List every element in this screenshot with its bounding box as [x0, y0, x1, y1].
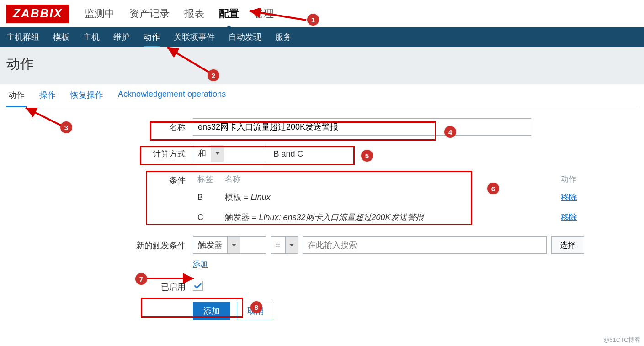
submit-button[interactable]: 添加: [193, 302, 230, 320]
remove-link[interactable]: 移除: [561, 193, 577, 202]
calc-expression: B and C: [273, 149, 303, 159]
label-new-condition: 新的触发条件: [6, 236, 193, 251]
action-form: 名称 计算方式 和 B and C 条件: [6, 118, 638, 320]
subnav-discovery[interactable]: 自动发现: [229, 27, 261, 47]
topnav-reports[interactable]: 报表: [184, 7, 204, 21]
annotation-marker: 4: [444, 126, 456, 138]
row-buttons: 添加 取消: [6, 302, 638, 320]
topbar: ZABBIX 监测中 资产记录 报表 配置 管理: [0, 0, 644, 27]
annotation-marker: 1: [307, 14, 319, 26]
calc-select[interactable]: 和: [193, 145, 266, 162]
table-row: C 触发器 = Linux: ens32网卡入口流量超过200K发送警报 移除: [193, 207, 593, 227]
subnav-correlation[interactable]: 关联项事件: [174, 27, 215, 47]
watermark: @51CTO博客: [603, 336, 640, 344]
cond-desc: 模板 = Linux: [220, 187, 556, 207]
label-name: 名称: [6, 118, 193, 133]
topnav-configuration[interactable]: 配置: [219, 7, 239, 21]
label-conditions: 条件: [6, 171, 193, 186]
chevron-down-icon: [211, 145, 224, 162]
condition-select-button[interactable]: 选择: [551, 236, 584, 254]
subnav-hosts[interactable]: 主机: [83, 27, 100, 47]
annotation-marker: 3: [60, 121, 72, 133]
add-condition-link[interactable]: 添加: [193, 260, 208, 268]
chevron-down-icon: [285, 237, 298, 253]
subnav-actions[interactable]: 动作: [144, 27, 160, 47]
th-name: 名称: [220, 171, 556, 187]
cond-tag: C: [193, 207, 220, 227]
topnav-inventory[interactable]: 资产记录: [129, 7, 170, 21]
row-calc: 计算方式 和 B and C: [6, 145, 638, 162]
annotation-marker: 8: [250, 301, 262, 313]
content: 动作 操作 恢复操作 Acknowledgement operations 名称…: [0, 84, 644, 320]
row-enabled: 已启用: [6, 278, 638, 293]
th-tag: 标签: [193, 171, 220, 187]
name-input[interactable]: [193, 118, 531, 136]
tab-action[interactable]: 动作: [6, 85, 27, 107]
annotation-marker: 2: [208, 69, 219, 81]
topnav-administration[interactable]: 管理: [254, 7, 274, 21]
annotation-marker: 6: [487, 183, 499, 194]
subnav-maintenance[interactable]: 维护: [113, 27, 130, 47]
cond-desc: 触发器 = Linux: ens32网卡入口流量超过200K发送警报: [220, 207, 556, 227]
table-row: B 模板 = Linux 移除: [193, 187, 593, 207]
tab-recovery-operations[interactable]: 恢复操作: [69, 85, 105, 107]
th-action: 动作: [556, 171, 593, 187]
tabs: 动作 操作 恢复操作 Acknowledgement operations: [6, 84, 638, 107]
conditions-table: 标签 名称 动作 B 模板 = Linux 移除: [193, 171, 593, 227]
page-title-area: 动作: [0, 47, 644, 84]
condition-operator-select[interactable]: =: [271, 236, 298, 254]
remove-link[interactable]: 移除: [561, 213, 577, 222]
subnav-templates[interactable]: 模板: [53, 27, 69, 47]
row-name: 名称: [6, 118, 638, 136]
annotation-marker: 7: [135, 273, 147, 285]
row-new-condition: 新的触发条件 触发器 = 选择: [6, 236, 638, 269]
annotation-marker: 5: [361, 150, 373, 162]
tab-ack-operations[interactable]: Acknowledgement operations: [116, 85, 228, 107]
subnav-hostgroups[interactable]: 主机群组: [6, 27, 39, 47]
chevron-down-icon: [227, 237, 240, 253]
logo: ZABBIX: [6, 5, 69, 23]
page-title: 动作: [6, 55, 638, 73]
tab-operations[interactable]: 操作: [37, 85, 58, 107]
cond-tag: B: [193, 187, 220, 207]
condition-type-value: 触发器: [193, 240, 227, 251]
enabled-checkbox[interactable]: [193, 281, 203, 291]
topnav-monitoring[interactable]: 监测中: [85, 7, 115, 21]
label-enabled: 已启用: [6, 278, 193, 293]
label-calc: 计算方式: [6, 145, 193, 159]
condition-operator-value: =: [271, 241, 285, 250]
sub-nav: 主机群组 模板 主机 维护 动作 关联项事件 自动发现 服务: [0, 27, 644, 47]
top-nav: 监测中 资产记录 报表 配置 管理: [85, 7, 274, 21]
row-conditions: 条件 标签 名称 动作 B: [6, 171, 638, 227]
new-condition-inputs: 触发器 = 选择: [193, 236, 638, 254]
condition-type-select[interactable]: 触发器: [193, 236, 266, 254]
condition-search-input[interactable]: [303, 236, 547, 254]
calc-select-value: 和: [193, 148, 211, 159]
subnav-services[interactable]: 服务: [275, 27, 292, 47]
